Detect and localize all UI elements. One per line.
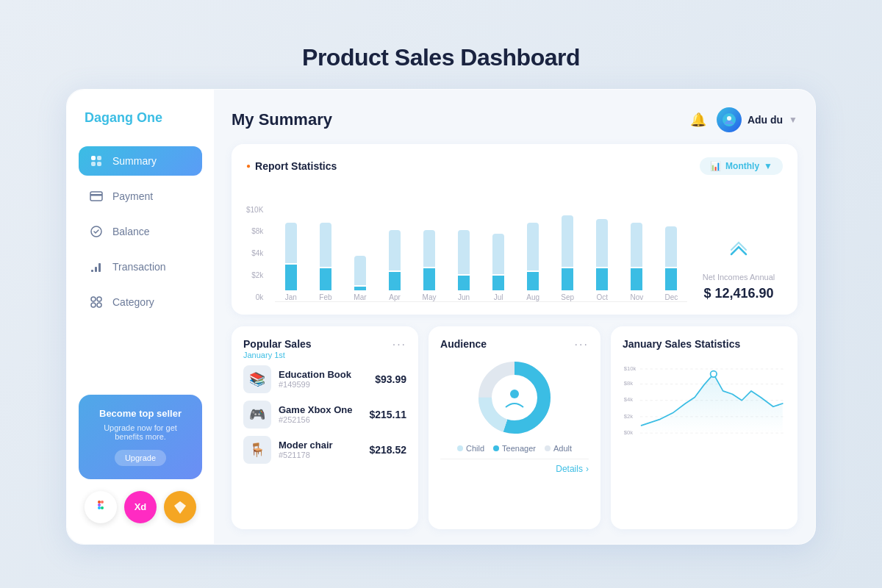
bar-label: Jan [285,293,297,301]
svg-rect-7 [91,270,93,272]
figma-icon [85,491,117,523]
popular-sales-header: Popular Sales January 1st ··· [243,338,406,359]
user-profile[interactable]: Adu du ▼ [717,107,797,132]
sales-id: #149599 [279,380,368,389]
sales-price: $218.52 [369,444,406,456]
main-title: My Summary [232,110,332,129]
audience-title: Audience [440,338,487,350]
popular-sales-subtitle: January 1st [243,351,312,359]
legend-teenager: Teenager [493,444,536,453]
bar-label: Oct [597,293,609,301]
net-income-icon [725,237,752,268]
svg-point-13 [97,303,101,307]
legend-child: Child [457,444,484,453]
bar-bottom [423,268,435,290]
sales-name: Moder chair [279,440,362,451]
line-chart-area: $10k $8k $4k $2k $0k [623,356,786,451]
y-axis: $10K $8k $4k $2k 0k [246,206,268,301]
details-arrow: › [586,464,589,474]
bar-top [596,219,608,267]
sketch-icon [164,491,196,523]
net-income-value: $ 12,416.90 [703,286,773,301]
top-header: My Summary 🔔 Adu du ▼ [232,107,797,132]
svg-rect-0 [91,156,96,160]
period-label: Monthly [725,161,759,171]
bar-chart: JanFebMarAprMayJunJulAugSepOctNovDec [275,184,687,301]
brand-logo: Dagang One [79,110,202,126]
sales-thumbnail: 🪑 [243,436,271,464]
svg-rect-9 [98,263,101,272]
bar-group: Dec [656,184,687,301]
svg-rect-1 [97,156,101,160]
bar-top [562,215,573,267]
balance-icon [89,224,104,239]
report-chart-card: Report Statistics 📊 Monthly ▼ $10K $8k $… [232,144,797,315]
upgrade-button[interactable]: Upgrade [115,450,166,466]
audience-header: Audience ··· [440,338,589,351]
sales-stats-card: January Sales Statistics $10k $8k $4k $2… [611,326,797,529]
chart-icon: 📊 [710,161,721,171]
line-chart: $10k $8k $4k $2k $0k [623,356,786,451]
net-income-box: Net Incomes Annual $ 12,416.90 [695,237,783,301]
audience-more[interactable]: ··· [575,338,589,351]
svg-rect-14 [98,501,101,503]
svg-rect-17 [98,506,101,509]
bar-bottom [665,268,677,290]
sidebar-item-payment[interactable]: Payment [79,182,202,211]
bar-top [320,223,331,267]
svg-rect-5 [90,194,102,196]
sales-info: Game Xbox One #252156 [279,404,362,424]
bar-top [389,230,401,270]
tool-icons: Xd [79,491,202,523]
svg-point-11 [97,297,101,301]
bar-label: Apr [389,293,401,301]
popular-sales-more[interactable]: ··· [392,338,406,351]
sidebar-bottom: Become top seller Upgrade now for get be… [79,389,202,523]
bar-group: May [414,184,445,301]
bar-top [354,256,366,285]
bar-group: Nov [621,184,653,301]
svg-point-10 [91,297,96,301]
sales-thumbnail: 🎮 [243,401,271,429]
sidebar-item-transaction[interactable]: Transaction [79,252,202,282]
sales-stats-header: January Sales Statistics [623,338,786,350]
bar-top [458,230,470,274]
chart-title: Report Statistics [246,160,337,172]
bar-label: Mar [354,293,366,301]
svg-point-18 [101,506,104,509]
sidebar-label-summary: Summary [112,155,157,167]
dashboard-container: Dagang One Summary Payment [66,89,816,545]
bar-label: Sep [561,293,574,301]
user-name: Adu du [747,114,783,126]
sales-stats-title: January Sales Statistics [623,338,740,350]
sales-price: $215.11 [369,409,406,420]
bar-label: May [423,293,437,301]
sales-id: #521178 [279,451,362,459]
svg-rect-4 [90,192,102,201]
svg-marker-19 [174,501,186,514]
sales-item: 📚 Education Book #149599 $93.99 [243,365,406,393]
svg-rect-3 [97,162,101,166]
bar-group: Oct [587,184,618,301]
popular-sales-title: Popular Sales [243,338,312,350]
bar-group: Jun [448,184,480,301]
svg-rect-15 [101,501,104,503]
donut-chart-area [440,357,589,438]
promo-desc: Upgrade now for get benefits more. [89,423,192,441]
svg-text:$10k: $10k [624,365,637,371]
bar-label: Feb [319,293,331,301]
sidebar-item-balance[interactable]: Balance [79,217,202,246]
details-link[interactable]: Details › [440,459,589,474]
period-selector[interactable]: 📊 Monthly ▼ [700,157,783,175]
sidebar-item-summary[interactable]: Summary [79,146,202,176]
bar-bottom [458,276,470,290]
audience-legend: Child Teenager Adult [440,444,589,453]
sidebar-label-category: Category [112,296,154,308]
notification-icon[interactable]: 🔔 [690,112,706,128]
brand-name: Dagang [85,110,133,125]
donut-chart [474,357,555,438]
bar-group: Sep [552,184,584,301]
dropdown-icon: ▼ [789,115,797,125]
bar-top [423,230,435,267]
sidebar-item-category[interactable]: Category [79,287,202,317]
